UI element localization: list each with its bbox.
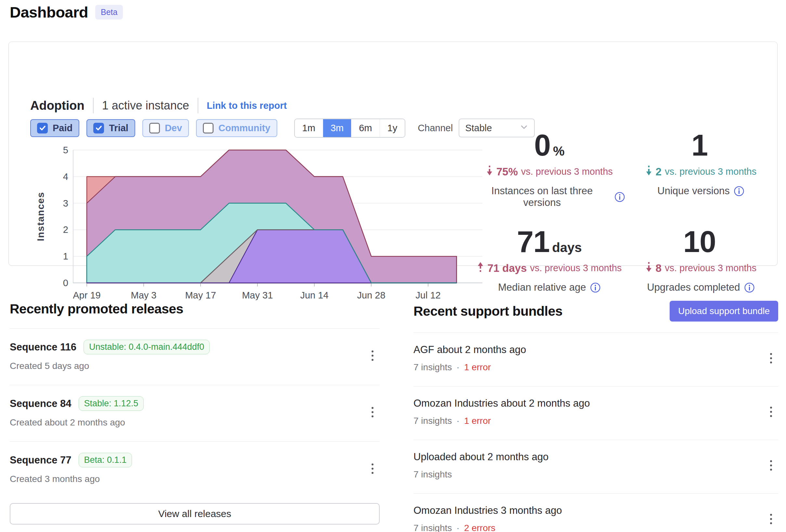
checkbox-checked-icon[interactable] xyxy=(37,123,48,134)
filter-dev[interactable]: Dev xyxy=(142,119,189,137)
bundles-heading: Recent support bundles xyxy=(414,304,562,319)
filter-paid[interactable]: Paid xyxy=(30,119,79,137)
svg-text:Jun 28: Jun 28 xyxy=(357,290,385,300)
bundle-row: Omozan Industries about 2 months ago 7 i… xyxy=(414,386,778,440)
link-to-report[interactable]: Link to this report xyxy=(207,100,287,111)
svg-text:3: 3 xyxy=(63,198,68,209)
delta-caption: vs. previous 3 months xyxy=(665,166,757,177)
adoption-stats: 0 % 75% vs. previous 3 months Instances … xyxy=(473,130,777,293)
bundle-row: Uploaded about 2 months ago 7 insights xyxy=(414,440,778,493)
release-version-badge: Unstable: 0.4.0-main.444ddf0 xyxy=(84,340,210,354)
filter-label: Trial xyxy=(109,123,129,134)
filter-community[interactable]: Community xyxy=(196,119,277,137)
bundle-title: Omozan Industries 3 months ago xyxy=(414,505,562,516)
info-icon[interactable] xyxy=(590,282,601,293)
delta-caption: vs. previous 3 months xyxy=(530,263,622,273)
checkbox-checked-icon[interactable] xyxy=(93,123,104,134)
kebab-menu-icon[interactable] xyxy=(764,348,778,369)
info-icon[interactable] xyxy=(615,192,625,202)
bundle-insights: 7 insights xyxy=(414,416,452,426)
stat-label: Unique versions xyxy=(657,185,730,197)
channel-label: Channel xyxy=(418,123,453,134)
delta-caption: vs. previous 3 months xyxy=(665,263,757,273)
svg-text:Jun 14: Jun 14 xyxy=(300,290,328,300)
stat-upgrades-completed: 10 8 vs. previous 3 months Upgrades comp… xyxy=(625,227,777,293)
bundle-error-count: 1 error xyxy=(464,362,491,372)
delta-value: 75% xyxy=(496,166,518,178)
kebab-menu-icon[interactable] xyxy=(764,509,778,529)
range-6m[interactable]: 6m xyxy=(351,119,379,137)
svg-text:4: 4 xyxy=(63,171,68,182)
kebab-menu-icon[interactable] xyxy=(365,458,380,479)
stat-value: 0 xyxy=(534,130,550,160)
svg-text:0: 0 xyxy=(63,278,68,288)
kebab-menu-icon[interactable] xyxy=(365,402,380,422)
filter-label: Dev xyxy=(165,123,182,134)
page-header: Dashboard Beta xyxy=(10,3,123,21)
time-range-group: 1m 3m 6m 1y xyxy=(294,119,406,138)
release-title: Sequence 77 xyxy=(10,454,71,466)
adoption-filter-row: Paid Trial Dev Community 1m 3m 6m 1y Cha… xyxy=(30,119,535,137)
info-icon[interactable] xyxy=(734,186,744,196)
stat-median-relative-age: 71 days 71 days vs. previous 3 months Me… xyxy=(473,227,625,293)
upload-support-bundle-button[interactable]: Upload support bundle xyxy=(670,301,778,321)
stat-instances-last-three-versions: 0 % 75% vs. previous 3 months Instances … xyxy=(473,130,625,209)
delta-value: 8 xyxy=(656,262,662,274)
stat-suffix: days xyxy=(552,240,582,255)
delta-caption: vs. previous 3 months xyxy=(521,166,613,177)
page-title: Dashboard xyxy=(10,3,88,21)
filter-label: Community xyxy=(218,123,271,134)
stat-value: 10 xyxy=(683,227,716,257)
range-3m-active[interactable]: 3m xyxy=(323,119,351,137)
releases-heading: Recently promoted releases xyxy=(10,301,380,317)
stat-suffix: % xyxy=(553,144,564,159)
release-version-badge: Stable: 1.12.5 xyxy=(79,396,144,411)
release-created: Created 3 months ago xyxy=(10,474,100,484)
release-row: Sequence 84 Stable: 1.12.5 Created about… xyxy=(10,385,380,441)
svg-text:5: 5 xyxy=(63,145,68,155)
dot-separator: · xyxy=(456,523,459,532)
kebab-menu-icon[interactable] xyxy=(764,402,778,422)
releases-section: Recently promoted releases Sequence 116 … xyxy=(10,301,380,525)
arrow-down-dashed-icon xyxy=(645,165,652,179)
release-row: Sequence 77 Beta: 0.1.1 Created 3 months… xyxy=(10,441,380,498)
view-all-releases-button[interactable]: View all releases xyxy=(10,503,380,525)
support-bundles-section: Recent support bundles Upload support bu… xyxy=(414,299,778,532)
stat-value: 1 xyxy=(691,130,708,160)
bundle-insights: 7 insights xyxy=(414,523,452,532)
release-title: Sequence 84 xyxy=(10,398,71,410)
active-instance-count: 1 active instance xyxy=(102,99,189,112)
filter-trial[interactable]: Trial xyxy=(87,119,135,137)
divider xyxy=(93,98,94,113)
bundle-title: AGF about 2 months ago xyxy=(414,344,526,356)
bundle-error-count: 2 errors xyxy=(464,523,495,532)
release-version-badge: Beta: 0.1.1 xyxy=(79,453,132,467)
dot-separator: · xyxy=(456,362,459,372)
svg-text:May 17: May 17 xyxy=(185,290,216,300)
dot-separator: · xyxy=(456,416,459,426)
divider xyxy=(198,98,198,113)
checkbox-unchecked-icon[interactable] xyxy=(149,123,160,134)
release-title: Sequence 116 xyxy=(10,341,76,353)
svg-text:Instances: Instances xyxy=(35,192,46,241)
stat-label: Instances on last three versions xyxy=(473,185,610,209)
range-1y[interactable]: 1y xyxy=(380,119,405,137)
bundle-error-count: 1 error xyxy=(464,416,491,426)
checkbox-unchecked-icon[interactable] xyxy=(203,123,213,134)
stat-value: 71 xyxy=(517,227,549,257)
info-icon[interactable] xyxy=(744,282,755,293)
kebab-menu-icon[interactable] xyxy=(764,455,778,476)
range-1m[interactable]: 1m xyxy=(295,119,323,137)
releases-list: Sequence 116 Unstable: 0.4.0-main.444ddf… xyxy=(10,328,380,498)
svg-text:Apr 19: Apr 19 xyxy=(73,290,100,300)
release-row: Sequence 116 Unstable: 0.4.0-main.444ddf… xyxy=(10,328,380,385)
adoption-card: Adoption 1 active instance Link to this … xyxy=(8,42,778,266)
kebab-menu-icon[interactable] xyxy=(365,345,380,366)
delta-value: 2 xyxy=(656,166,662,178)
bundle-title: Uploaded about 2 months ago xyxy=(414,451,548,463)
stat-label: Upgrades completed xyxy=(647,282,740,293)
bundles-list: AGF about 2 months ago 7 insights · 1 er… xyxy=(414,333,778,532)
release-created: Created about 2 months ago xyxy=(10,417,125,428)
bundle-insights: 7 insights xyxy=(414,362,452,372)
stat-unique-versions: 1 2 vs. previous 3 months Unique version… xyxy=(625,130,777,209)
